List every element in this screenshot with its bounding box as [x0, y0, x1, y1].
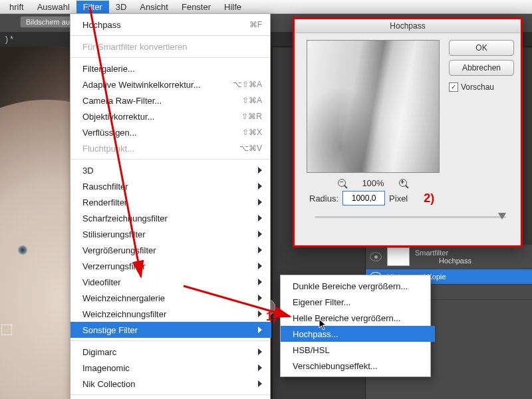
menu-item-3d-sub[interactable]: 3D — [70, 162, 271, 178]
menu-item-smartfilter: Für Smartfilter konvertieren — [70, 39, 271, 55]
radius-input[interactable] — [342, 191, 385, 205]
chevron-right-icon — [258, 364, 262, 371]
dialog-title: Hochpass — [295, 19, 521, 33]
zoom-in-icon[interactable] — [399, 179, 408, 188]
chevron-right-icon — [258, 247, 262, 253]
chevron-right-icon — [258, 295, 262, 301]
chevron-right-icon — [258, 167, 262, 174]
menu-3d[interactable]: 3D — [109, 1, 134, 13]
menu-item-videofilter[interactable]: Videofilter — [70, 274, 271, 290]
chevron-right-icon — [258, 199, 262, 205]
menu-item-fluchtpunkt: Fluchtpunkt...⌥⌘V — [70, 140, 271, 156]
chevron-right-icon — [258, 183, 262, 190]
chevron-right-icon — [258, 380, 262, 387]
menu-item-digimarc[interactable]: Digimarc — [70, 344, 271, 360]
layer-thumbnail — [387, 247, 410, 266]
marquee-selection — [1, 325, 12, 335]
layer-name: Smartfilter — [415, 249, 471, 257]
menu-item-weichzeichnungsfilter[interactable]: Weichzeichnungsfilter — [70, 306, 271, 322]
menu-item-verfluessigen[interactable]: Verflüssigen...⇧⌘X — [70, 124, 271, 140]
chevron-right-icon — [258, 348, 262, 355]
sonstige-filter-submenu: Dunkle Bereiche vergrößern... Eigener Fi… — [280, 275, 431, 377]
menu-item-weitwinkel[interactable]: Adaptive Weitwinkelkorrektur...⌥⇧⌘A — [70, 76, 271, 92]
preview-checkbox[interactable]: ✓ Vorschau — [449, 82, 514, 92]
menu-auswahl[interactable]: Auswahl — [31, 1, 76, 13]
filter-menu: Hochpass ⌘F Für Smartfilter konvertieren… — [70, 13, 271, 399]
layer-row-smartfilter[interactable]: Smartfilter Hochpass — [366, 245, 532, 269]
radius-slider[interactable] — [315, 212, 506, 221]
menu-ansicht[interactable]: Ansicht — [133, 1, 175, 13]
check-icon: ✓ — [449, 82, 458, 92]
radius-label: Radius: — [309, 194, 338, 203]
menu-hilfe[interactable]: Hilfe — [217, 1, 248, 13]
menu-item-objektivkorrektur[interactable]: Objektivkorrektur...⇧⌘R — [70, 108, 271, 124]
menu-item-sonstige-filter[interactable]: Sonstige Filter — [70, 322, 271, 338]
slider-thumb-icon[interactable] — [498, 213, 506, 219]
menu-fenster[interactable]: Fenster — [175, 1, 217, 13]
menu-item-last-filter[interactable]: Hochpass ⌘F — [70, 17, 271, 33]
menu-item-rauschfilter[interactable]: Rauschfilter — [70, 178, 271, 194]
ok-button[interactable]: OK — [449, 40, 514, 56]
menu-item-verschiebungseffekt[interactable]: Verschiebungseffekt... — [281, 358, 435, 374]
menu-item-filtergalerie[interactable]: Filtergalerie... — [70, 61, 271, 76]
menu-item-renderfilter[interactable]: Renderfilter — [70, 194, 271, 210]
chevron-right-icon — [258, 279, 262, 285]
dialog-preview[interactable] — [307, 40, 440, 173]
menu-bar: hrift Auswahl Filter 3D Ansicht Fenster … — [0, 0, 532, 14]
zoom-level: 100% — [362, 178, 384, 188]
cancel-button[interactable]: Abbrechen — [449, 60, 514, 76]
menu-filter[interactable]: Filter — [76, 1, 109, 13]
radius-unit: Pixel — [389, 194, 408, 203]
menu-item-camera-raw[interactable]: Camera Raw-Filter...⇧⌘A — [70, 92, 271, 108]
menu-item-helle-bereiche[interactable]: Helle Bereiche vergrößern... — [281, 310, 435, 326]
visibility-icon[interactable] — [370, 252, 382, 261]
menu-item-hochpass[interactable]: Hochpass... — [281, 326, 435, 342]
document-tab[interactable]: ) * — [5, 35, 13, 44]
chevron-right-icon — [258, 263, 262, 269]
menu-item-verzerrung[interactable]: Verzerrungsfilter — [70, 258, 271, 274]
menu-item-imagenomic[interactable]: Imagenomic — [70, 360, 271, 376]
annotation-2: 2) — [424, 192, 434, 205]
menu-item-stilisierung[interactable]: Stilisierungsfilter — [70, 226, 271, 242]
chevron-right-icon — [258, 231, 262, 237]
menu-item-weichzeichnergalerie[interactable]: Weichzeichnergalerie — [70, 290, 271, 306]
menu-item-vergroesserung[interactable]: Vergrößerungsfilter — [70, 242, 271, 258]
chevron-right-icon — [258, 215, 262, 221]
hochpass-dialog: Hochpass OK Abbrechen ✓ Vorschau 100% Ra… — [293, 17, 523, 247]
menu-item-scharfzeichnung[interactable]: Scharfzeichnungsfilter — [70, 210, 271, 226]
smartfilter-entry[interactable]: Hochpass — [415, 257, 471, 265]
menu-item-dunkle-bereiche[interactable]: Dunkle Bereiche vergrößern... — [281, 278, 435, 294]
chevron-right-icon — [258, 327, 262, 333]
menu-item-nik[interactable]: Nik Collection — [70, 376, 271, 392]
annotation-1: 1) — [266, 310, 277, 324]
menu-item-hsb-hsl[interactable]: HSB/HSL — [281, 342, 435, 358]
chevron-right-icon — [258, 311, 262, 317]
menu-truncated[interactable]: hrift — [3, 1, 31, 13]
menu-item-eigener-filter[interactable]: Eigener Filter... — [281, 294, 435, 310]
zoom-out-icon[interactable] — [338, 179, 347, 188]
